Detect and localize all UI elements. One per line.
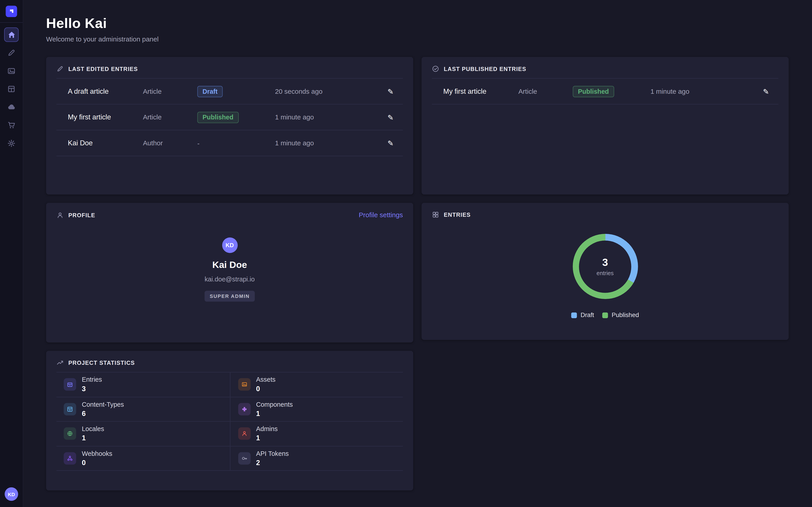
- last-edited-table: A draft article Article Draft 20 seconds…: [56, 78, 403, 156]
- sidebar-item-settings[interactable]: [4, 136, 18, 151]
- stat-value: 1: [256, 410, 293, 417]
- stat-value: 1: [256, 434, 278, 442]
- sidebar-item-content-type-builder[interactable]: [4, 82, 18, 96]
- card-title: PROJECT STATISTICS: [68, 360, 135, 366]
- sidebar-item-deploy[interactable]: [4, 100, 18, 114]
- stat-value: 0: [256, 385, 275, 393]
- entry-type: Author: [143, 139, 197, 147]
- edit-icon: ✎: [763, 87, 769, 96]
- components-puzzle-icon: [238, 403, 250, 415]
- profile-card: PROFILE Profile settings KD Kai Doe kai.…: [46, 203, 413, 342]
- status-badge: Draft: [197, 86, 223, 97]
- stat-locales: Locales 1: [56, 421, 230, 446]
- stat-components: Components 1: [230, 397, 403, 421]
- draft-swatch: [571, 312, 577, 318]
- entries-donut: 3 entries: [572, 234, 638, 299]
- sidebar-item-content-manager[interactable]: [4, 46, 18, 60]
- last-edited-entries-card: LAST EDITED ENTRIES A draft article Arti…: [46, 57, 413, 195]
- person-icon: [56, 211, 64, 219]
- stat-label: Locales: [82, 426, 104, 433]
- stat-assets: Assets 0: [230, 373, 403, 397]
- app-window: KD Hello Kai Welcome to your administrat…: [0, 0, 812, 507]
- entry-title: My first article: [443, 88, 518, 95]
- edit-icon: ✎: [388, 113, 394, 121]
- entry-title: A draft article: [68, 88, 143, 95]
- card-title: PROFILE: [68, 212, 95, 218]
- sidebar-item-marketplace[interactable]: [4, 118, 18, 132]
- card-title: LAST EDITED ENTRIES: [68, 66, 138, 72]
- content-type-builder-icon: [7, 85, 15, 93]
- sidebar-nav: [4, 27, 18, 151]
- stat-api-tokens: API Tokens 2: [230, 446, 403, 471]
- trend-icon: [56, 359, 64, 366]
- project-statistics-card: PROJECT STATISTICS Entries 3: [46, 351, 413, 491]
- entries-count-label: entries: [597, 270, 614, 276]
- entries-count: 3: [602, 257, 608, 269]
- profile-email: kai.doe@strapi.io: [205, 276, 255, 283]
- entry-title: Kai Doe: [68, 139, 143, 147]
- donut-legend: Draft Published: [571, 312, 639, 319]
- home-icon: [7, 30, 16, 39]
- api-tokens-key-icon: [238, 452, 250, 464]
- locales-globe-icon: [64, 428, 76, 440]
- status-badge: Published: [197, 112, 239, 123]
- entries-card: ENTRIES 3 entries Draft: [421, 203, 789, 340]
- stat-entries: Entries 3: [56, 373, 230, 397]
- edit-entry-button[interactable]: ✎: [388, 87, 394, 96]
- entry-type: Article: [143, 88, 197, 95]
- stat-label: Webhooks: [82, 450, 112, 457]
- stat-value: 6: [82, 410, 124, 417]
- entry-title: My first article: [68, 113, 143, 121]
- stat-label: API Tokens: [256, 450, 289, 457]
- entry-type: Article: [143, 113, 197, 121]
- entry-type: Article: [518, 88, 573, 95]
- edit-icon: ✎: [388, 87, 394, 96]
- edit-entry-button[interactable]: ✎: [388, 139, 394, 147]
- entries-box-icon: [64, 378, 76, 391]
- edit-entry-button[interactable]: ✎: [388, 113, 394, 121]
- sidebar: KD: [0, 0, 23, 507]
- card-title: LAST PUBLISHED ENTRIES: [444, 66, 526, 72]
- check-circle-icon: [432, 65, 439, 72]
- gear-icon: [7, 139, 15, 148]
- cloud-icon: [7, 103, 15, 111]
- stat-value: 2: [256, 459, 289, 466]
- cart-icon: [7, 121, 15, 129]
- sidebar-item-media-library[interactable]: [4, 64, 18, 78]
- edit-entry-button[interactable]: ✎: [763, 87, 769, 96]
- legend-item-draft: Draft: [571, 312, 594, 319]
- legend-label: Published: [612, 312, 639, 319]
- stat-webhooks: Webhooks 0: [56, 446, 230, 471]
- last-published-entries-card: LAST PUBLISHED ENTRIES My first article …: [421, 57, 789, 195]
- last-published-table: My first article Article Published 1 min…: [432, 78, 778, 105]
- table-row: My first article Article Published 1 min…: [56, 105, 403, 130]
- sidebar-item-home[interactable]: [4, 27, 18, 42]
- entry-time: 1 minute ago: [275, 139, 373, 147]
- stat-content-types: Content-Types 6: [56, 397, 230, 421]
- stat-label: Entries: [82, 376, 102, 384]
- entry-time: 1 minute ago: [275, 113, 373, 121]
- assets-image-icon: [238, 378, 250, 391]
- collection-icon: [432, 211, 439, 218]
- content-types-layout-icon: [64, 403, 76, 415]
- webhooks-icon: [64, 452, 76, 464]
- page-title: Hello Kai: [46, 15, 789, 32]
- user-avatar[interactable]: KD: [5, 488, 18, 501]
- stats-grid: Entries 3 Assets 0: [56, 372, 403, 471]
- edit-icon: ✎: [388, 139, 394, 147]
- stat-label: Assets: [256, 376, 275, 384]
- table-row: A draft article Article Draft 20 seconds…: [56, 79, 403, 105]
- legend-label: Draft: [580, 312, 594, 319]
- profile-settings-link[interactable]: Profile settings: [359, 211, 403, 219]
- entry-time: 1 minute ago: [651, 88, 748, 95]
- stat-label: Admins: [256, 426, 278, 433]
- stat-value: 0: [82, 459, 112, 466]
- stat-label: Content-Types: [82, 401, 124, 408]
- role-badge: SUPER ADMIN: [205, 291, 255, 301]
- stat-value: 1: [82, 434, 104, 442]
- media-library-icon: [7, 67, 15, 75]
- strapi-logo-icon[interactable]: [6, 5, 17, 17]
- status-empty: -: [197, 139, 200, 147]
- stat-value: 3: [82, 385, 102, 393]
- stat-label: Components: [256, 401, 293, 408]
